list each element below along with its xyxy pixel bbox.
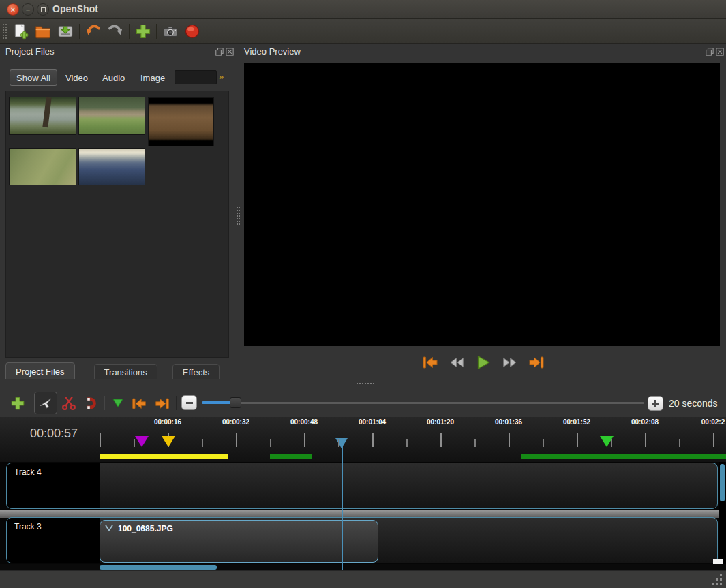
vertical-splitter[interactable] [235,44,241,379]
add-files-button[interactable] [134,22,153,41]
vertical-scrollbar-thumb[interactable] [720,464,725,501]
toolbar-separator [129,24,130,39]
toolbar-separator [79,24,80,39]
horizontal-scrollbar[interactable] [0,564,726,570]
record-button[interactable] [183,22,202,41]
timeline-ruler[interactable]: 00:00:57 00:00:1600:00:3200:00:4800:01:0… [0,417,726,462]
undo-arrow-icon [85,22,102,40]
filter-image-button[interactable]: Image [140,69,165,86]
ruler-major-tick [713,433,714,447]
video-preview-panel-title: Video Preview [244,46,301,57]
fast-forward-button[interactable] [500,354,520,371]
filter-show-all-button[interactable]: Show All [10,69,57,86]
new-project-button[interactable] [11,22,30,41]
next-marker-button[interactable] [153,394,171,412]
zoom-out-button[interactable] [181,395,197,410]
magnet-snap-button[interactable] [82,394,100,412]
window-close-button[interactable]: × [7,3,19,16]
jump-to-end-button[interactable] [526,354,547,371]
save-project-button[interactable] [56,22,75,41]
project-files-panel: Project Files Show All Video Audio Image… [0,44,235,379]
open-project-button[interactable] [33,22,52,41]
razor-tool-button[interactable] [60,394,78,412]
horizontal-splitter[interactable] [0,379,726,389]
file-thumbnail-bed[interactable] [79,149,145,185]
jump-to-start-button[interactable] [420,354,440,371]
plus-icon [134,22,152,40]
clip-range-bar [100,454,228,459]
record-circle-icon [183,22,201,40]
file-thumbnail-field[interactable] [79,97,145,134]
panel-close-icon[interactable] [226,48,234,56]
plus-icon [10,395,26,412]
tab-project-files[interactable]: Project Files [5,362,75,381]
panel-float-icon[interactable] [215,48,224,56]
close-icon: × [7,4,18,15]
arrow-tool-icon [37,395,54,412]
add-marker-button[interactable] [109,394,127,412]
camera-button[interactable] [161,22,180,41]
project-file-list [5,91,229,358]
panel-close-icon[interactable] [716,48,724,56]
toolbar-separator [176,396,177,410]
window-titlebar[interactable]: × – OpenShot [0,0,726,19]
arrow-tool-button[interactable] [34,392,57,414]
filter-video-button[interactable]: Video [65,69,88,86]
ruler-major-tick [236,433,237,447]
minus-icon [186,402,193,404]
toolbar-drag-handle[interactable] [2,23,7,40]
play-button[interactable] [473,354,494,371]
ruler-time-label: 00:00:32 [222,418,249,426]
zoom-slider-track[interactable] [202,402,644,404]
ruler-time-label: 00:01:20 [427,418,454,426]
main-toolbar [0,19,726,44]
file-thumbnail-sign[interactable] [149,98,213,146]
minimize-icon: – [22,4,33,15]
ruler-minor-tick [679,439,680,447]
window-maximize-button[interactable] [37,3,49,16]
timeline-marker[interactable] [162,436,175,447]
filter-audio-button[interactable]: Audio [102,69,125,86]
clip-name-label: 100_0685.JPG [118,524,173,533]
zoom-slider-handle[interactable] [230,397,241,408]
ruler-time-label: 00:02:08 [631,418,659,426]
clip-range-bar [270,454,312,459]
undo-button[interactable] [84,22,103,41]
file-thumbnail-grass[interactable] [10,149,76,185]
panel-float-icon[interactable] [706,48,714,56]
splitter-grip-icon [236,206,240,226]
clip-range-bar [521,454,726,459]
file-thumbnail-pond[interactable] [10,97,76,134]
ruler-major-tick [509,433,510,447]
window-minimize-button[interactable]: – [22,3,34,16]
toolbar-overflow-chevron[interactable]: » [219,72,224,82]
jump-start-icon [421,355,440,370]
redo-button[interactable] [106,22,125,41]
timeline-clip[interactable]: 100_0685.JPG [100,520,378,563]
zoom-scale-label: 20 seconds [669,398,718,409]
timeline-marker[interactable] [600,436,614,447]
file-filter-row: Show All Video Audio Image » [0,69,235,87]
zoom-slider-fill [202,401,232,404]
camera-icon [162,22,179,40]
zoom-in-button[interactable] [648,396,663,411]
panel-tab-bar: Project FilesTransitionsEffects [0,364,235,379]
add-track-button[interactable] [9,394,27,412]
timeline-marker[interactable] [135,436,149,447]
next-marker-icon [153,397,171,411]
save-icon [57,22,74,40]
file-search-input[interactable] [175,70,217,84]
redo-arrow-icon [106,22,124,40]
new-file-icon [12,22,29,40]
previous-marker-button[interactable] [130,394,148,412]
clip-chevron-icon[interactable] [104,524,114,532]
window-resize-grip[interactable] [709,573,724,587]
window-title: OpenShot [52,3,98,14]
ruler-major-tick [440,433,442,447]
ruler-minor-tick [270,439,271,447]
ruler-major-tick [645,433,646,447]
fast-forward-icon [501,355,519,370]
horizontal-scrollbar-thumb[interactable] [100,565,217,570]
rewind-button[interactable] [447,354,467,371]
ruler-major-tick [304,433,305,447]
